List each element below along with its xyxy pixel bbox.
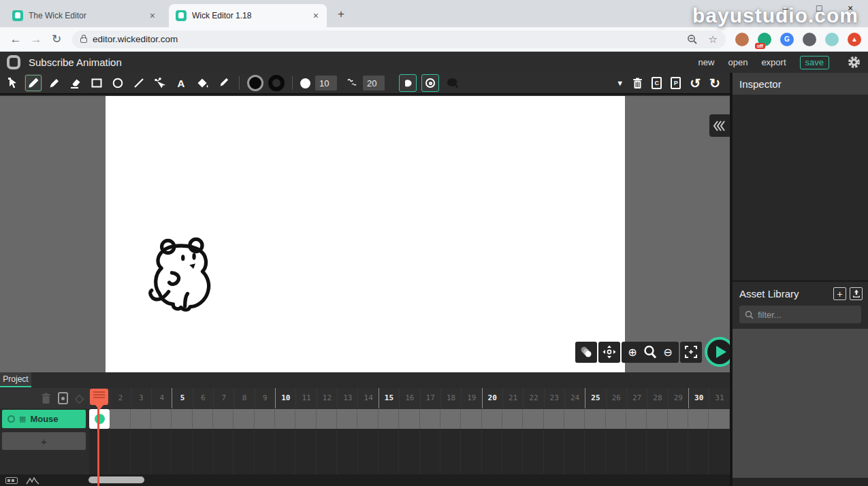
- upload-asset-button[interactable]: [850, 287, 863, 300]
- asset-list[interactable]: [733, 329, 868, 478]
- new-button[interactable]: new: [698, 57, 715, 67]
- frame-number[interactable]: 25: [585, 388, 605, 408]
- frame-number[interactable]: 13: [337, 388, 357, 408]
- layer-visibility-icon[interactable]: [7, 415, 15, 423]
- fill-bucket-tool[interactable]: [194, 75, 210, 91]
- save-button[interactable]: save: [800, 56, 829, 69]
- frame-cell[interactable]: [523, 409, 543, 429]
- frame-number[interactable]: 12: [317, 388, 337, 408]
- delete-frame-trash-icon[interactable]: [41, 393, 51, 404]
- frame-number[interactable]: 7: [213, 388, 234, 408]
- frame-number[interactable]: 21: [502, 388, 523, 408]
- browser-tab-wick-editor-118[interactable]: Wick Editor 1.18 ×: [169, 4, 327, 27]
- frame-cell[interactable]: [131, 409, 151, 429]
- fill-color-swatch[interactable]: [247, 75, 263, 91]
- frame-number[interactable]: 30: [688, 388, 709, 408]
- magnifier-icon[interactable]: [641, 342, 659, 363]
- frame-number[interactable]: 9: [255, 388, 275, 408]
- frame-number[interactable]: 8: [234, 388, 254, 408]
- frame-cell[interactable]: [420, 409, 440, 429]
- stroke-color-swatch[interactable]: [268, 75, 285, 91]
- frame-cell[interactable]: [213, 409, 234, 429]
- frame-number[interactable]: 14: [357, 388, 378, 408]
- fit-to-screen-icon[interactable]: [682, 342, 700, 363]
- frame-cell[interactable]: [502, 409, 523, 429]
- frame-number[interactable]: 20: [482, 388, 502, 408]
- window-minimize-button[interactable]: –: [783, 3, 788, 14]
- frame-cell[interactable]: [709, 409, 729, 429]
- eraser-tool[interactable]: [67, 75, 84, 91]
- forward-icon[interactable]: →: [26, 33, 46, 46]
- translate-extension-icon[interactable]: G: [780, 33, 794, 46]
- chevron-down-icon[interactable]: ▼: [616, 79, 624, 87]
- add-layer-button[interactable]: +: [2, 432, 86, 450]
- asset-filter-input[interactable]: [758, 310, 846, 320]
- brush-mode-teardrop-toggle[interactable]: [399, 74, 417, 92]
- copy-icon[interactable]: C: [652, 77, 662, 89]
- frame-number[interactable]: 10: [275, 388, 295, 408]
- delete-trash-icon[interactable]: [632, 78, 643, 89]
- frame-cell[interactable]: [482, 409, 502, 429]
- orange-extension-icon[interactable]: ▲: [848, 33, 861, 46]
- rectangle-tool[interactable]: [89, 75, 105, 91]
- frame-number[interactable]: 31: [709, 388, 729, 408]
- paste-icon[interactable]: P: [671, 77, 681, 89]
- artboard[interactable]: [106, 96, 625, 372]
- mouse-drawing[interactable]: [148, 236, 226, 319]
- smoothness-input[interactable]: [363, 76, 385, 91]
- timeline-empty-rows[interactable]: [89, 429, 730, 474]
- frame-number[interactable]: 29: [668, 388, 688, 408]
- frame-cell[interactable]: [234, 409, 254, 429]
- teal-extension-icon[interactable]: [825, 33, 839, 46]
- brush-tool[interactable]: [25, 75, 42, 91]
- frame-number[interactable]: 19: [461, 388, 481, 408]
- frame-number[interactable]: 26: [606, 388, 626, 408]
- frame-cell[interactable]: [688, 409, 709, 429]
- frame-cell[interactable]: [151, 409, 172, 429]
- brush-size-input[interactable]: [315, 76, 337, 91]
- pencil-tool[interactable]: [46, 75, 63, 91]
- frame-number[interactable]: 27: [626, 388, 647, 408]
- tab-project[interactable]: Project: [0, 372, 31, 387]
- collapse-panel-button[interactable]: [709, 114, 730, 137]
- asset-filter-field[interactable]: [739, 306, 861, 323]
- browser-tab-wick-editor[interactable]: The Wick Editor ×: [5, 4, 163, 27]
- frame-cell[interactable]: [647, 409, 667, 429]
- sound-waveform-icon[interactable]: [26, 476, 39, 485]
- frame-number[interactable]: 28: [647, 388, 667, 408]
- frame-cell[interactable]: [564, 409, 585, 429]
- frame-number[interactable]: 15: [379, 388, 399, 408]
- frame-number[interactable]: 4: [151, 388, 172, 408]
- frame-cell[interactable]: [379, 409, 399, 429]
- blocker-extension-icon[interactable]: off: [758, 33, 771, 46]
- frame-number[interactable]: 22: [523, 388, 543, 408]
- canvas-viewport[interactable]: ⊕ ⊖: [0, 96, 730, 372]
- text-tool[interactable]: A: [173, 75, 189, 91]
- frame-number[interactable]: 18: [440, 388, 461, 408]
- address-bar[interactable]: editor.wickeditor.com ☆: [72, 31, 726, 48]
- frame-number[interactable]: 17: [420, 388, 440, 408]
- line-tool[interactable]: [131, 75, 147, 91]
- play-button[interactable]: [705, 337, 730, 367]
- keyframe-cell[interactable]: [89, 409, 110, 429]
- export-button[interactable]: export: [761, 57, 786, 67]
- frame-cell[interactable]: [110, 409, 130, 429]
- frame-cell[interactable]: [275, 409, 295, 429]
- frame-number[interactable]: 5: [172, 388, 192, 408]
- frame-cell[interactable]: [357, 409, 378, 429]
- ellipse-tool[interactable]: [110, 75, 126, 91]
- frame-cell[interactable]: [668, 409, 688, 429]
- tab-close-icon[interactable]: ×: [312, 10, 320, 21]
- frame-cell[interactable]: [440, 409, 461, 429]
- frame-cell[interactable]: [626, 409, 647, 429]
- path-cursor-tool[interactable]: [152, 75, 168, 91]
- frame-number[interactable]: 3: [131, 388, 151, 408]
- redo-icon[interactable]: ↻: [709, 76, 720, 91]
- puzzle-extensions-icon[interactable]: [803, 33, 816, 46]
- frame-cell[interactable]: [317, 409, 337, 429]
- frame-number[interactable]: 24: [564, 388, 585, 408]
- frame-number[interactable]: 2: [110, 388, 130, 408]
- add-tween-diamond-icon[interactable]: ◇: [75, 391, 84, 406]
- page-zoom-icon[interactable]: [687, 34, 698, 45]
- cursor-tool[interactable]: [4, 75, 20, 91]
